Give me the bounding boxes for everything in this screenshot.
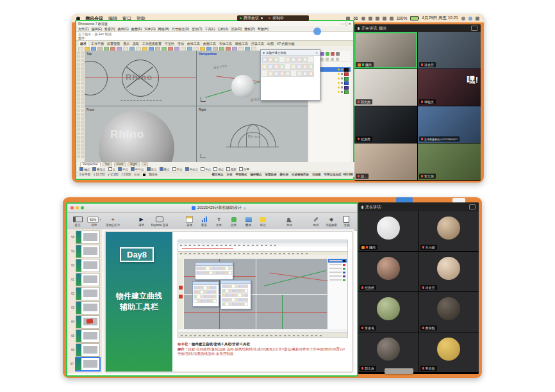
keynote-button-2[interactable]: +添加幻灯片 bbox=[106, 216, 120, 227]
layer-color-swatch[interactable] bbox=[344, 86, 349, 90]
slide-thumbnail-59[interactable] bbox=[76, 245, 100, 258]
viewport-right[interactable]: Right Rhino bbox=[197, 106, 308, 162]
keynote-window-title[interactable]: 20220429计算机辅助设计 bbox=[197, 205, 242, 211]
keynote-button-9[interactable]: 媒体 bbox=[244, 216, 254, 227]
title-chevron-icon[interactable]: ∨ bbox=[244, 206, 246, 210]
layout-grid-icon[interactable] bbox=[471, 26, 477, 31]
rhino-titlebar[interactable]: Rhinoceros 7 教育版 — ▢ ✕ bbox=[76, 21, 353, 26]
tool-icon[interactable] bbox=[81, 105, 84, 108]
checkbox-icon[interactable] bbox=[131, 167, 135, 171]
layer-color-swatch[interactable] bbox=[344, 77, 349, 81]
plus-icon[interactable] bbox=[369, 17, 372, 20]
rhino-menu-2[interactable]: 查看(V) bbox=[104, 26, 115, 31]
keynote-button-1[interactable]: 50%∨缩放 bbox=[87, 216, 101, 227]
command-prompt[interactable]: 指令: bbox=[78, 36, 351, 40]
participant-tile-4[interactable]: 李孟奇 bbox=[358, 292, 418, 332]
participant-tile-2[interactable]: 纪浩然 bbox=[358, 252, 418, 291]
tool-icon[interactable] bbox=[81, 51, 84, 54]
layer-color-swatch[interactable] bbox=[344, 72, 349, 76]
rhino-menu-10[interactable]: 分析(A) bbox=[218, 26, 229, 31]
rhino-menu-13[interactable]: 帮助(H) bbox=[258, 26, 269, 31]
checkbox-icon[interactable] bbox=[92, 167, 96, 171]
tool-icon[interactable] bbox=[81, 147, 84, 151]
tool-icon[interactable] bbox=[77, 140, 80, 143]
slide-thumbnail-60[interactable] bbox=[76, 259, 100, 272]
osnap-3[interactable]: 中点 bbox=[118, 167, 128, 171]
lock-icon[interactable] bbox=[341, 69, 343, 70]
status-pane[interactable]: 平面模式 bbox=[235, 173, 247, 176]
slide-thumbnail-65[interactable] bbox=[76, 329, 100, 343]
tool-icon[interactable] bbox=[77, 74, 80, 78]
participant-tile-6[interactable]: 赵... bbox=[354, 143, 417, 180]
tool-icon[interactable] bbox=[81, 140, 84, 143]
tool-icon[interactable] bbox=[81, 59, 84, 62]
tool-icon[interactable] bbox=[77, 55, 80, 58]
close-icon[interactable] bbox=[70, 206, 74, 209]
status-pane[interactable]: 物件锁点 bbox=[250, 173, 261, 176]
keynote-button-4[interactable]: Keynote 直播 bbox=[151, 216, 169, 227]
tool-icon[interactable] bbox=[77, 97, 80, 101]
tool-icon[interactable] bbox=[77, 59, 80, 62]
bulb-icon[interactable] bbox=[338, 91, 340, 93]
minimize-icon[interactable] bbox=[76, 206, 79, 209]
tool-icon[interactable] bbox=[77, 90, 80, 93]
checkbox-icon[interactable] bbox=[201, 167, 204, 171]
tool-icon[interactable] bbox=[77, 101, 80, 104]
keynote-button-0[interactable]: 显示 bbox=[72, 216, 83, 227]
tool-icon[interactable] bbox=[308, 63, 314, 70]
keynote-button-13[interactable]: ◆动画效果 bbox=[326, 216, 337, 227]
rhino-menu-6[interactable]: 网格(M) bbox=[158, 26, 170, 31]
tool-icon[interactable] bbox=[77, 151, 80, 154]
checkbox-icon[interactable] bbox=[213, 167, 217, 171]
status-pane[interactable]: 操作轴 bbox=[279, 173, 288, 176]
panel-tab-icon[interactable] bbox=[331, 52, 335, 56]
tool-icon[interactable] bbox=[77, 70, 80, 74]
layer-color-swatch[interactable] bbox=[344, 81, 349, 85]
tool-icon[interactable] bbox=[77, 82, 80, 85]
tool-icon[interactable] bbox=[81, 155, 84, 158]
bulb-icon[interactable] bbox=[338, 73, 340, 75]
tool-icon[interactable] bbox=[81, 78, 84, 81]
osnap-6[interactable]: 垂点 bbox=[160, 167, 170, 171]
osnap-9[interactable]: 节点 bbox=[201, 167, 211, 171]
checkbox-icon[interactable] bbox=[108, 167, 112, 171]
osnap-10[interactable]: 顶点 bbox=[213, 167, 224, 171]
checkbox-icon[interactable] bbox=[185, 167, 189, 171]
tool-icon[interactable] bbox=[77, 67, 80, 70]
tool-icon[interactable] bbox=[81, 113, 84, 116]
layers-tool-icon[interactable] bbox=[336, 58, 339, 61]
slide-thumbnail-66[interactable] bbox=[76, 343, 100, 357]
slide-thumbnail-58[interactable] bbox=[76, 231, 100, 244]
lock-icon[interactable] bbox=[341, 82, 343, 84]
rhino-tab-1[interactable]: 工作平面 bbox=[91, 41, 104, 46]
participant-tile-1[interactable]: 冷金月 bbox=[418, 32, 481, 69]
meeting-floating-bar[interactable]: 腾讯会议 录制中 bbox=[237, 15, 309, 21]
participant-tile-4[interactable]: 纪浩然 bbox=[354, 106, 417, 143]
rhino-tab-3[interactable]: 显示 bbox=[123, 41, 129, 46]
tool-icon[interactable] bbox=[77, 132, 80, 135]
checkbox-icon[interactable] bbox=[160, 167, 163, 171]
tool-icon[interactable] bbox=[81, 90, 84, 93]
tool-icon[interactable] bbox=[81, 124, 84, 127]
curve-from-object-panel[interactable]: 从物件建立曲线 ✕ bbox=[260, 49, 320, 101]
participant-tile-6[interactable]: 郭文杰 bbox=[358, 332, 418, 372]
tool-icon[interactable] bbox=[81, 143, 84, 147]
window-controls[interactable]: — ▢ ✕ bbox=[340, 22, 351, 26]
status-pane[interactable]: 锁定格点 bbox=[211, 173, 223, 176]
osnap-7[interactable]: 切点 bbox=[172, 167, 183, 171]
rhino-menu-11[interactable]: 渲染(R) bbox=[231, 26, 242, 31]
osnap-2[interactable]: 点 bbox=[108, 167, 116, 171]
participant-tile-7[interactable]: 李文凤 bbox=[418, 143, 481, 180]
status-pane[interactable]: 智慧轨迹 bbox=[265, 173, 276, 176]
rhino-tab-6[interactable]: 可见性 bbox=[165, 41, 174, 46]
participant-tile-0[interactable]: 魏尚 bbox=[358, 211, 418, 251]
rhino-menu-1[interactable]: 编辑(E) bbox=[91, 26, 102, 31]
tool-icon[interactable] bbox=[81, 70, 84, 74]
status-pane[interactable]: 正交 bbox=[226, 173, 232, 176]
participant-tile-2[interactable]: 郭文杰 bbox=[354, 69, 417, 106]
tool-icon[interactable] bbox=[81, 109, 84, 112]
checkbox-icon[interactable] bbox=[172, 167, 176, 171]
tool-icon[interactable] bbox=[81, 120, 84, 124]
keyboard-icon[interactable] bbox=[376, 17, 379, 20]
rhino-tab-9[interactable]: 曲面工具 bbox=[203, 41, 216, 46]
